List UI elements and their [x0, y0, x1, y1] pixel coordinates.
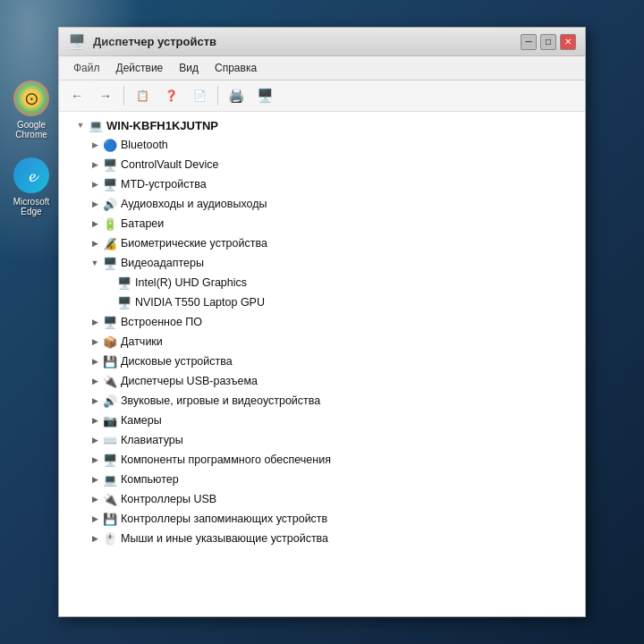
computer-expand[interactable]: ▶ — [88, 472, 102, 487]
device-manager-window: 🖥️ Диспетчер устройств ─ □ ✕ Файл Действ… — [58, 27, 586, 617]
window-title: Диспетчер устройств — [93, 35, 513, 48]
disk-icon: 💾 — [102, 353, 118, 369]
title-bar: 🖥️ Диспетчер устройств ─ □ ✕ — [59, 28, 585, 56]
software-expand[interactable]: ▶ — [88, 453, 102, 467]
bluetooth-node[interactable]: ▶ 🔵 Bluetooth — [59, 135, 585, 155]
minimize-button[interactable]: ─ — [521, 34, 537, 50]
device-tree[interactable]: ▼ 💻 WIN-KBFH1KJUTNP ▶ 🔵 Bluetooth ▶ 🖥️ C… — [59, 112, 585, 616]
usb-ctrl-icon: 🔌 — [102, 373, 118, 389]
help-button[interactable]: ❓ — [158, 84, 183, 107]
back-button[interactable]: ← — [64, 84, 89, 107]
software-node[interactable]: ▶ 🖥️ Компоненты программного обеспечения — [59, 450, 585, 470]
battery-node[interactable]: ▶ 🔋 Батареи — [59, 214, 585, 233]
toolbar-separator-1 — [123, 86, 124, 106]
firmware-node[interactable]: ▶ 🖥️ Встроенное ПО — [59, 312, 585, 332]
sensors-node[interactable]: ▶ 📦 Датчики — [59, 332, 585, 352]
nvidia-gpu-label: NVIDIA T550 Laptop GPU — [135, 296, 265, 309]
usb-expand[interactable]: ▶ — [88, 492, 102, 506]
video-expand[interactable]: ▼ — [88, 256, 102, 270]
mice-node[interactable]: ▶ 🖱️ Мыши и иные указывающие устройства — [59, 529, 585, 548]
controlvault-icon: 🖥️ — [102, 157, 118, 173]
biometric-node[interactable]: ▶ 🔏 Биометрические устройства — [59, 233, 585, 253]
keyboard-expand[interactable]: ▶ — [88, 433, 102, 447]
nvidia-gpu-icon: 🖥️ — [116, 294, 132, 310]
root-expand[interactable]: ▼ — [73, 118, 88, 132]
menu-action[interactable]: Действие — [109, 59, 171, 77]
menu-file[interactable]: Файл — [66, 59, 107, 77]
usb-ctrl-label: Диспетчеры USB-разъема — [121, 375, 258, 387]
controlvault-node[interactable]: ▶ 🖥️ ControlVault Device — [59, 155, 585, 174]
sound-label: Звуковые, игровые и видеоустройства — [121, 394, 320, 407]
intel-gpu-icon: 🖥️ — [116, 275, 132, 291]
usb-icon: 🔌 — [102, 491, 118, 507]
disk-label: Дисковые устройства — [121, 355, 233, 368]
keyboard-icon: ⌨️ — [102, 432, 118, 448]
maximize-button[interactable]: □ — [540, 34, 556, 50]
cameras-icon: 📷 — [102, 412, 118, 428]
cameras-label: Камеры — [121, 414, 162, 427]
menu-bar: Файл Действие Вид Справка — [59, 56, 585, 80]
bluetooth-expand[interactable]: ▶ — [88, 138, 102, 152]
storage-label: Контроллеры запоминающих устройств — [121, 513, 327, 525]
controlvault-expand[interactable]: ▶ — [88, 157, 102, 172]
update-button[interactable]: 📄 — [187, 84, 212, 107]
firmware-expand[interactable]: ▶ — [88, 315, 102, 329]
print-button[interactable]: 🖨️ — [224, 84, 249, 107]
screen-button[interactable]: 🖥️ — [252, 84, 277, 107]
mtd-node[interactable]: ▶ 🖥️ MTD-устройства — [59, 174, 585, 194]
sensors-label: Датчики — [121, 335, 163, 348]
bluetooth-icon: 🔵 — [102, 137, 118, 153]
mice-icon: 🖱️ — [102, 530, 118, 547]
close-button[interactable]: ✕ — [560, 34, 576, 50]
storage-icon: 💾 — [102, 511, 118, 527]
mice-expand[interactable]: ▶ — [88, 531, 102, 546]
sound-node[interactable]: ▶ 🔊 Звуковые, игровые и видеоустройства — [59, 391, 585, 411]
biometric-icon: 🔏 — [102, 235, 118, 251]
menu-help[interactable]: Справка — [208, 59, 264, 77]
audio-node[interactable]: ▶ 🔊 Аудиовходы и аудиовыходы — [59, 194, 585, 214]
usb-ctrl-node[interactable]: ▶ 🔌 Диспетчеры USB-разъема — [59, 371, 585, 391]
toolbar: ← → 📋 ❓ 📄 🖨️ 🖥️ — [59, 80, 585, 112]
nvidia-gpu-node[interactable]: ▶ 🖥️ NVIDIA T550 Laptop GPU — [59, 292, 585, 312]
mtd-icon: 🖥️ — [102, 176, 118, 192]
disk-expand[interactable]: ▶ — [88, 354, 102, 369]
window-controls: ─ □ ✕ — [521, 34, 576, 50]
usb-ctrl-expand[interactable]: ▶ — [88, 374, 102, 388]
video-icon: 🖥️ — [102, 255, 118, 271]
video-label: Видеоадаптеры — [121, 257, 204, 269]
cameras-node[interactable]: ▶ 📷 Камеры — [59, 411, 585, 430]
mtd-expand[interactable]: ▶ — [88, 177, 102, 191]
video-node[interactable]: ▼ 🖥️ Видеоадаптеры — [59, 253, 585, 273]
battery-expand[interactable]: ▶ — [88, 216, 102, 231]
firmware-icon: 🖥️ — [102, 314, 118, 330]
intel-gpu-node[interactable]: ▶ 🖥️ Intel(R) UHD Graphics — [59, 273, 585, 292]
cameras-expand[interactable]: ▶ — [88, 413, 102, 428]
sensors-icon: 📦 — [102, 334, 118, 350]
edge-icon[interactable]: 𝓮 Microsoft Edge — [9, 157, 54, 216]
sensors-expand[interactable]: ▶ — [88, 335, 102, 349]
software-label: Компоненты программного обеспечения — [121, 453, 331, 466]
disk-node[interactable]: ▶ 💾 Дисковые устройства — [59, 352, 585, 371]
biometric-expand[interactable]: ▶ — [88, 236, 102, 250]
sound-expand[interactable]: ▶ — [88, 394, 102, 408]
properties-button[interactable]: 📋 — [130, 84, 155, 107]
storage-node[interactable]: ▶ 💾 Контроллеры запоминающих устройств — [59, 509, 585, 529]
audio-icon: 🔊 — [102, 196, 118, 212]
forward-button[interactable]: → — [93, 84, 118, 107]
mtd-label: MTD-устройства — [121, 178, 207, 191]
audio-label: Аудиовходы и аудиовыходы — [121, 198, 267, 210]
storage-expand[interactable]: ▶ — [88, 512, 102, 526]
usb-node[interactable]: ▶ 🔌 Контроллеры USB — [59, 489, 585, 509]
title-icon: 🖥️ — [68, 33, 86, 50]
audio-expand[interactable]: ▶ — [88, 197, 102, 211]
root-node[interactable]: ▼ 💻 WIN-KBFH1KJUTNP — [59, 115, 585, 135]
menu-view[interactable]: Вид — [172, 59, 206, 77]
software-icon: 🖥️ — [102, 452, 118, 468]
chrome-icon[interactable]: ⊙ Google Chrome — [9, 80, 54, 140]
toolbar-separator-2 — [217, 86, 218, 106]
root-icon: 💻 — [88, 117, 104, 133]
mice-label: Мыши и иные указывающие устройства — [121, 532, 328, 545]
battery-icon: 🔋 — [102, 216, 118, 232]
keyboard-node[interactable]: ▶ ⌨️ Клавиатуры — [59, 430, 585, 450]
computer-node[interactable]: ▶ 💻 Компьютер — [59, 470, 585, 489]
